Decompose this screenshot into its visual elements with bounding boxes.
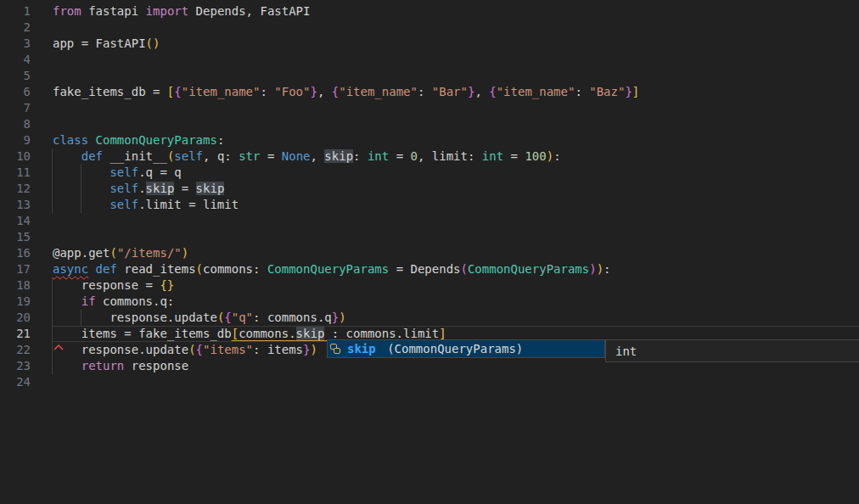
code-token: skip: [296, 327, 325, 340]
code-token: [53, 294, 81, 308]
code-token: (: [109, 246, 116, 260]
code-token: skip: [146, 182, 175, 195]
code-token: :: [553, 149, 560, 163]
code-line[interactable]: 8: [0, 116, 859, 132]
line-number: 23: [0, 358, 31, 374]
code-token: ): [182, 246, 188, 260]
line-number: 8: [0, 116, 31, 132]
code-token: CommonQueryParams: [468, 262, 589, 276]
line-number: 15: [0, 229, 31, 245]
code-token: , q:: [203, 149, 239, 163]
code-token: read_items: [124, 262, 195, 276]
code-token: [53, 182, 109, 195]
code-token: ): [547, 149, 553, 163]
code-token: import: [146, 4, 196, 18]
code-token: {: [332, 85, 339, 98]
code-token: "Bar": [432, 85, 468, 98]
code-line[interactable]: 16@app.get("/items/"): [0, 245, 859, 261]
code-line[interactable]: 2: [0, 20, 859, 36]
code-token: fastapi: [88, 4, 145, 18]
code-token: (: [461, 262, 468, 276]
code-token: {: [196, 343, 203, 356]
code-token: self: [109, 182, 138, 195]
code-token: app = FastAPI: [53, 36, 146, 50]
line-number: 1: [0, 3, 31, 20]
code-line[interactable]: 9class CommonQueryParams:: [0, 132, 859, 148]
code-token: = Depends: [389, 262, 460, 276]
code-token: ,: [317, 85, 332, 98]
code-token: }: [310, 85, 317, 98]
line-number: 22: [0, 342, 31, 358]
code-token: : items: [253, 343, 303, 356]
line-number: 21: [0, 326, 31, 342]
line-number: 17: [0, 261, 31, 277]
code-token: "items": [203, 343, 253, 356]
code-token: =: [174, 182, 195, 195]
code-token: (: [196, 262, 203, 276]
code-token: "item_name": [497, 85, 575, 98]
code-token: int: [368, 149, 389, 163]
code-line[interactable]: 5: [0, 68, 859, 84]
code-token: "Foo": [274, 85, 310, 98]
code-token: skip: [196, 182, 225, 195]
code-token: {: [489, 85, 496, 98]
code-token: {: [174, 85, 181, 98]
code-line[interactable]: 13 self.limit = limit: [0, 197, 859, 213]
suggestion-item-skip[interactable]: skip (CommonQueryParams): [327, 339, 605, 358]
code-line[interactable]: 4: [0, 52, 859, 68]
code-line[interactable]: 1from fastapi import Depends, FastAPI: [0, 3, 859, 20]
line-number: 18: [0, 277, 31, 294]
code-line[interactable]: 11 self.q = q: [0, 165, 859, 181]
line-number: 2: [0, 20, 31, 36]
code-token: :: [260, 85, 274, 98]
code-token: ]: [439, 327, 446, 340]
code-token: :: [604, 262, 610, 276]
code-line[interactable]: 7: [0, 100, 859, 116]
code-token: :: [575, 85, 589, 98]
code-token: =: [389, 149, 410, 163]
suggest-doc-panel: int: [605, 339, 859, 362]
code-line[interactable]: 19 if commons.q:: [0, 294, 859, 310]
code-token: if: [81, 294, 103, 308]
line-number: 7: [0, 100, 31, 116]
code-token: int: [482, 149, 503, 163]
code-line[interactable]: 24: [0, 374, 859, 390]
line-number: 14: [0, 213, 31, 229]
code-token: =: [503, 149, 525, 163]
line-number: 4: [0, 52, 31, 68]
suggestion-detail: (CommonQueryParams): [380, 342, 524, 356]
code-line[interactable]: 6fake_items_db = [{"item_name": "Foo"}, …: [0, 84, 859, 100]
code-token: ]: [632, 85, 639, 98]
line-number: 16: [0, 245, 31, 261]
code-token: [53, 165, 109, 179]
code-token: return: [81, 359, 132, 372]
code-token: :: [418, 85, 432, 98]
code-line[interactable]: 17async def read_items(commons: CommonQu…: [0, 261, 859, 277]
code-line[interactable]: 15: [0, 229, 859, 245]
line-number: 6: [0, 84, 31, 100]
code-token: self: [174, 149, 203, 163]
code-token: : commons.q: [253, 311, 332, 324]
code-token: Depends, FastAPI: [196, 4, 311, 18]
suggest-doc-text: int: [615, 344, 637, 358]
code-token: None: [282, 149, 311, 163]
code-line[interactable]: 3app = FastAPI(): [0, 36, 859, 52]
code-token: class: [53, 133, 96, 147]
code-token: response.update: [53, 311, 217, 324]
code-line[interactable]: 12 self.skip = skip: [0, 181, 859, 197]
code-token: fake_items_db =: [53, 85, 167, 98]
code-token: def: [96, 262, 125, 276]
code-token: }: [332, 311, 339, 324]
code-token: "Baz": [589, 85, 625, 98]
code-line[interactable]: 10 def __init__(self, q: str = None, ski…: [0, 148, 859, 165]
line-number: 5: [0, 68, 31, 84]
line-number: 13: [0, 197, 31, 213]
code-line[interactable]: 14: [0, 213, 859, 229]
code-token: ): [589, 262, 596, 276]
code-token: [88, 262, 95, 276]
code-token: (: [188, 343, 195, 356]
code-token: ,: [311, 149, 325, 163]
code-token: ): [597, 262, 604, 276]
code-line[interactable]: 18 response = {}: [0, 277, 859, 294]
code-line[interactable]: 20 response.update({"q": commons.q}): [0, 310, 859, 326]
